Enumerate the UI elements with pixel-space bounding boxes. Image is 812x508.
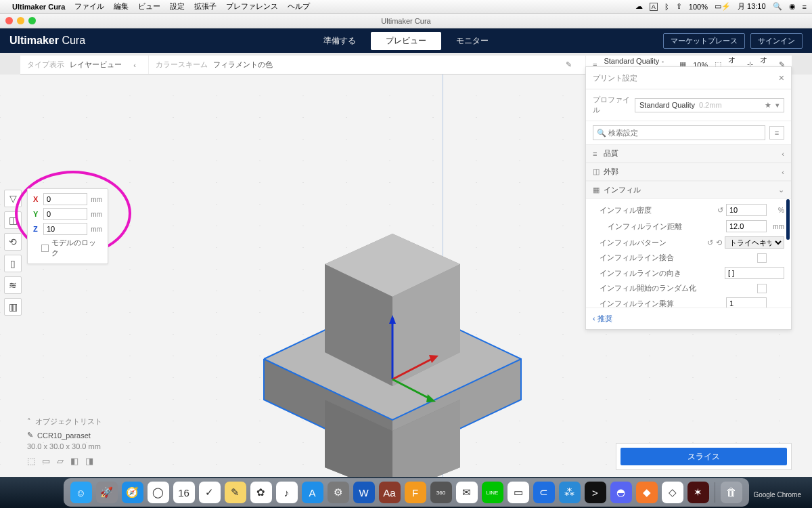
minimize-icon[interactable] [17, 17, 24, 24]
traffic-lights[interactable] [5, 17, 36, 24]
menu-help[interactable]: ヘルプ [288, 1, 310, 12]
dock-calendar-icon[interactable]: 16 [173, 482, 195, 503]
dock-notes-icon[interactable]: ✎ [225, 482, 246, 503]
menubar-app[interactable]: Ultimaker Cura [12, 3, 65, 11]
infill-linedist-input[interactable] [726, 220, 767, 232]
dock-discord-icon[interactable]: ◓ [610, 482, 632, 503]
menu-edit[interactable]: 編集 [114, 1, 129, 12]
infill-density-input[interactable] [726, 204, 767, 216]
settings-search-input[interactable] [593, 125, 765, 140]
support-blocker-icon[interactable]: ▥ [4, 298, 22, 316]
lock-model-checkbox[interactable]: モデルのロック [41, 238, 102, 258]
cube-icon[interactable]: ⬚ [27, 456, 35, 466]
dock-line-icon[interactable]: LINE [482, 482, 503, 503]
profile-select[interactable]: Standard Quality 0.2mm ★ ▾ [635, 98, 784, 112]
view-top-icon[interactable]: ▱ [57, 456, 64, 466]
dock-fusion-icon[interactable]: F [405, 482, 426, 503]
cat-infill[interactable]: ▦ インフィル ⌄ [586, 181, 791, 199]
objlist-header[interactable]: ˄ オブジェクトリスト [27, 417, 102, 427]
recommended-link[interactable]: 推奨 [586, 308, 791, 329]
dock-audio-icon[interactable]: ⁂ [559, 482, 581, 503]
objlist-item[interactable]: ✎ CCR10_paraset [27, 431, 102, 440]
dock-app3-icon[interactable]: ✶ [687, 482, 709, 503]
tab-prepare[interactable]: 準備する [309, 32, 371, 50]
chevron-left-icon[interactable]: ‹ [128, 61, 141, 69]
tab-monitor[interactable]: モニター [441, 32, 503, 50]
dock-safari-icon[interactable]: 🧭 [122, 482, 143, 503]
extruder-icon: ✎ [27, 431, 33, 440]
menu-extensions[interactable]: 拡張子 [194, 1, 217, 12]
hamburger-icon[interactable]: ≡ [769, 126, 784, 140]
chevron-down-icon[interactable]: ▾ [775, 101, 780, 110]
scheme-value[interactable]: フィラメントの色 [213, 60, 273, 70]
menu-settings[interactable]: 設定 [170, 1, 185, 12]
dock-launchpad-icon[interactable]: 🚀 [96, 482, 118, 503]
tab-preview[interactable]: プレビュー [371, 32, 441, 50]
mirror-tool-icon[interactable]: ▯ [4, 255, 22, 272]
dock-music-icon[interactable]: ♪ [276, 482, 298, 503]
transform-toolbar: ▽ ◫ ⟲ ▯ ≋ ▥ [4, 190, 22, 316]
dock-finder-icon[interactable]: ☺ [70, 482, 92, 503]
menu-view[interactable]: ビュー [138, 1, 160, 12]
scrollbar-thumb[interactable] [786, 199, 790, 240]
model-preview[interactable] [257, 176, 528, 477]
infill-mult-label: インフィルライン乗算 [593, 299, 726, 308]
dock-dict-icon[interactable]: Aa [379, 482, 401, 503]
link-icon[interactable]: ⟲ [716, 238, 722, 247]
notif-icon[interactable]: ≡ [803, 3, 807, 11]
infill-dir-input[interactable] [725, 267, 784, 279]
spotlight-icon[interactable]: 🔍 [773, 2, 782, 11]
dock-blender-icon[interactable]: ◆ [636, 482, 658, 503]
move-x-input[interactable] [43, 193, 87, 205]
dock-word-icon[interactable]: W [353, 482, 375, 503]
dock-term-icon[interactable]: > [585, 482, 606, 503]
reset-icon[interactable]: ↺ [707, 238, 713, 247]
dock-mail-icon[interactable]: ✉ [456, 482, 478, 503]
chevron-up-icon[interactable]: ˄ [27, 417, 31, 426]
move-tool-icon[interactable]: ▽ [4, 190, 22, 207]
view-left-icon[interactable]: ◧ [70, 456, 78, 466]
dock-sysprefs-icon[interactable]: ⚙ [328, 482, 349, 503]
signin-button[interactable]: サインイン [750, 33, 803, 49]
view-right-icon[interactable]: ◨ [85, 456, 93, 466]
viewtype-label: タイプ表示 [27, 60, 64, 70]
cat-quality[interactable]: ≡ 品質 ‹ [586, 144, 791, 163]
trash-icon[interactable]: 🗑 [721, 482, 742, 503]
move-y-input[interactable] [43, 208, 87, 220]
viewtype-value[interactable]: レイヤービュー [70, 60, 122, 70]
input-icon[interactable]: A [650, 3, 658, 11]
menu-preferences[interactable]: プレファレンス [226, 1, 278, 12]
infill-connect-check[interactable] [757, 253, 767, 263]
bluetooth-icon[interactable]: ᛒ [664, 3, 669, 11]
view-front-icon[interactable]: ▭ [42, 456, 50, 466]
slice-button[interactable]: スライス [621, 448, 787, 465]
infill-mult-input[interactable] [726, 297, 767, 308]
move-z-input[interactable] [43, 223, 87, 235]
infill-pattern-select[interactable]: トライヘキサゴン [725, 236, 784, 249]
dock-reminders-icon[interactable]: ✓ [199, 482, 221, 503]
zoom-icon[interactable] [28, 17, 36, 24]
checkbox-icon[interactable] [41, 245, 49, 252]
cloud-icon[interactable]: ☁ [635, 2, 643, 11]
star-icon[interactable]: ★ [765, 101, 771, 110]
cat-shell[interactable]: ◫ 外郭 ‹ [586, 163, 791, 181]
siri-icon[interactable]: ◉ [789, 2, 796, 11]
wifi-icon[interactable]: ⇧ [676, 2, 682, 11]
dock-cura-icon[interactable]: ⊂ [533, 482, 555, 503]
menu-file[interactable]: ファイル [74, 1, 104, 12]
close-icon[interactable]: × [779, 72, 784, 83]
reset-icon[interactable]: ↺ [717, 206, 723, 215]
marketplace-button[interactable]: マーケットプレース [663, 33, 745, 49]
permodel-tool-icon[interactable]: ≋ [4, 276, 22, 294]
dock-photos-icon[interactable]: ✿ [250, 482, 272, 503]
infill-random-check[interactable] [757, 284, 767, 293]
dock-f360-icon[interactable]: 360 [430, 482, 452, 503]
dock-chrome-icon[interactable]: ◯ [148, 482, 169, 503]
close-icon[interactable] [5, 17, 13, 24]
dock-app2-icon[interactable]: ◇ [662, 482, 683, 503]
dock-app1-icon[interactable]: ▭ [508, 482, 529, 503]
rotate-tool-icon[interactable]: ⟲ [4, 233, 22, 251]
pencil-icon[interactable]: ✎ [559, 60, 579, 69]
scale-tool-icon[interactable]: ◫ [4, 211, 22, 229]
dock-appstore-icon[interactable]: A [302, 482, 323, 503]
